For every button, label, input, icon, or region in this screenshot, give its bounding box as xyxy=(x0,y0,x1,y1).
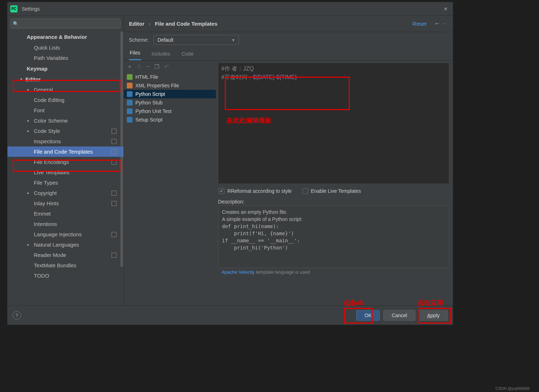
scheme-value: Default xyxy=(157,37,173,43)
tree-item[interactable]: Inlay Hints xyxy=(7,198,124,208)
tree-item[interactable]: Path Variables xyxy=(7,53,124,63)
chevron-down-icon: ▾ xyxy=(20,77,22,82)
tab-includes[interactable]: Includes xyxy=(151,51,171,60)
nav-back-icon[interactable]: ← xyxy=(434,20,441,27)
template-item[interactable]: Python Unit Test xyxy=(124,107,216,115)
enable-live-checkbox[interactable]: Enable Live Templates xyxy=(302,188,361,194)
template-item[interactable]: Python Script xyxy=(124,90,216,98)
dialog-footer: ? OK Cancel Apply xyxy=(7,305,453,325)
breadcrumb: Editor › File and Code Templates xyxy=(129,21,413,27)
remove-icon[interactable]: − xyxy=(146,63,149,70)
tree-item[interactable]: ▸Code Style xyxy=(7,126,124,136)
description-label: Description: xyxy=(218,199,449,205)
duplicate-icon[interactable]: ❐ xyxy=(154,63,159,70)
velocity-hint: Apache Velocity template language is use… xyxy=(218,268,449,276)
tree-item[interactable]: Inspections xyxy=(7,136,124,146)
template-item[interactable]: XML Properties File xyxy=(124,81,216,90)
tab-code[interactable]: Code xyxy=(181,51,194,60)
revert-icon[interactable]: ↶ xyxy=(164,63,169,70)
search-icon: 🔍 xyxy=(13,21,19,26)
search-input[interactable]: 🔍 xyxy=(10,19,121,29)
settings-tree[interactable]: Appearance & BehaviorQuick ListsPath Var… xyxy=(7,31,124,305)
window-title: Settings xyxy=(22,6,441,12)
tree-item[interactable]: ▸General xyxy=(7,84,124,95)
project-scope-icon xyxy=(112,160,116,165)
reformat-checkbox[interactable]: ✓RReformat according to style xyxy=(219,188,292,194)
tree-item[interactable]: ▾Editor xyxy=(7,74,124,84)
annotation-edit-template: 在此处编辑模板 xyxy=(227,116,271,125)
watermark: CSDN @jzq666666 xyxy=(496,386,530,391)
breadcrumb-leaf: File and Code Templates xyxy=(155,21,218,27)
file-type-icon xyxy=(127,100,133,105)
tree-item[interactable]: TODO xyxy=(7,270,124,281)
annotation-click-apply: 点击应用 xyxy=(418,299,443,307)
tree-item[interactable]: TextMate Bundles xyxy=(7,260,124,270)
settings-window: PC Settings ✕ 🔍 Appearance & BehaviorQui… xyxy=(7,2,453,325)
apply-button[interactable]: Apply xyxy=(419,310,448,321)
template-list-pane: ＋ ⎘ − ❐ ↶ HTML FileXML Properties FilePy… xyxy=(124,61,216,305)
project-scope-icon xyxy=(112,201,116,206)
tree-item[interactable]: Emmet xyxy=(7,208,124,219)
tree-item[interactable]: Language Injections xyxy=(7,229,124,239)
tree-item[interactable]: File Encodings xyxy=(7,157,124,167)
file-type-icon xyxy=(127,74,133,80)
copy-template-icon[interactable]: ⎘ xyxy=(138,63,141,70)
chevron-right-icon: › xyxy=(149,21,151,27)
project-scope-icon xyxy=(112,139,116,144)
cancel-button[interactable]: Cancel xyxy=(383,310,415,321)
add-icon[interactable]: ＋ xyxy=(127,63,133,71)
tree-item[interactable]: Intentions xyxy=(7,219,124,229)
chevron-right-icon: ▸ xyxy=(27,191,30,195)
tree-item[interactable]: Appearance & Behavior xyxy=(7,31,124,42)
chevron-down-icon: ▼ xyxy=(232,38,235,42)
editor-pane: #作 者：JZQ #开发时间：${DATE} ${TIME} ✓RReforma… xyxy=(216,61,453,305)
project-scope-icon xyxy=(112,253,116,258)
help-button[interactable]: ? xyxy=(12,311,21,320)
sidebar: 🔍 Appearance & BehaviorQuick ListsPath V… xyxy=(7,16,124,305)
reset-link[interactable]: Reset xyxy=(413,21,426,27)
close-icon[interactable]: ✕ xyxy=(441,6,450,12)
template-item[interactable]: HTML File xyxy=(124,73,216,81)
chevron-right-icon: ▸ xyxy=(27,118,30,123)
velocity-link[interactable]: Apache Velocity xyxy=(222,269,255,275)
file-type-icon xyxy=(127,108,133,114)
file-type-icon xyxy=(127,91,133,97)
template-toolbar: ＋ ⎘ − ❐ ↶ xyxy=(124,61,216,73)
tree-item[interactable]: Code Editing xyxy=(7,95,124,105)
scheme-label: Scheme: xyxy=(129,37,149,43)
ok-button[interactable]: OK xyxy=(356,310,380,321)
chevron-right-icon: ▸ xyxy=(27,87,30,92)
tree-item[interactable]: Font xyxy=(7,105,124,115)
tree-item[interactable]: ▸Color Scheme xyxy=(7,115,124,126)
tree-item[interactable]: ▸Copyright xyxy=(7,188,124,198)
project-scope-icon xyxy=(112,191,116,196)
project-scope-icon xyxy=(112,232,116,237)
nav-forward-icon: → xyxy=(441,20,448,27)
tree-item[interactable]: Reader Mode xyxy=(7,250,124,260)
file-type-icon xyxy=(127,83,133,88)
chevron-right-icon: ▸ xyxy=(27,242,30,247)
tree-item[interactable]: Keymap xyxy=(7,63,124,74)
chevron-right-icon: ▸ xyxy=(27,129,30,133)
template-item[interactable]: Python Stub xyxy=(124,98,216,107)
tab-files[interactable]: Files xyxy=(129,50,141,60)
tree-item[interactable]: Quick Lists xyxy=(7,42,124,53)
breadcrumb-root[interactable]: Editor xyxy=(129,21,144,27)
tree-item[interactable]: File and Code Templates xyxy=(7,146,124,157)
scheme-select[interactable]: Default ▼ xyxy=(154,35,239,45)
project-scope-icon xyxy=(112,149,116,154)
file-list[interactable]: HTML FileXML Properties FilePython Scrip… xyxy=(124,73,216,305)
template-item[interactable]: Setup Script xyxy=(124,115,216,124)
file-type-icon xyxy=(127,117,133,123)
tree-item[interactable]: ▸Natural Languages xyxy=(7,239,124,250)
main-panel: Editor › File and Code Templates Reset ←… xyxy=(124,16,453,305)
tabs: Files Includes Code xyxy=(124,48,453,61)
description-box: Creates an empty Python file. A simple e… xyxy=(218,205,449,268)
titlebar: PC Settings ✕ xyxy=(7,2,453,16)
tree-item[interactable]: Live Templates xyxy=(7,167,124,177)
tree-item[interactable]: File Types xyxy=(7,177,124,188)
annotation-click-ok: 点击ok xyxy=(343,299,363,307)
app-logo-icon: PC xyxy=(10,5,17,12)
project-scope-icon xyxy=(112,129,116,134)
